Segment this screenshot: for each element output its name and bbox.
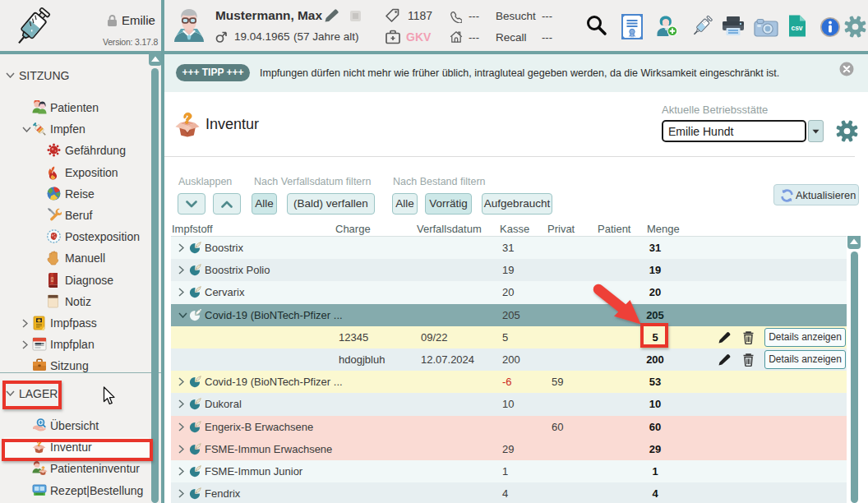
sidebar-item-patienteninventur[interactable]: Patienteninventur [3,459,150,478]
banner-close-icon[interactable] [839,62,854,76]
uebersicht-icon [32,418,47,431]
table-row-vaccine[interactable]: FSME-Immun Junior11 [171,460,847,482]
sidebar-item-impfpass[interactable]: Impfpass [3,313,150,333]
table-row-vaccine[interactable]: Covid-19 (BioNTech-Pfizer ...205205 [171,304,847,326]
column-header-menge[interactable]: Menge [647,223,680,235]
table-row-vaccine[interactable]: Boostrix Polio1919 [171,259,847,281]
chevron-right-icon[interactable] [178,467,184,476]
column-header-patient[interactable]: Patient [598,223,630,235]
table-row-vaccine[interactable]: Fendrix44 [171,482,847,503]
chevron-right-icon[interactable] [178,377,184,386]
camera-icon[interactable] [754,18,778,37]
expiry-filter-option--bald-verfallen[interactable]: (Bald) verfallen [287,193,375,215]
chevron-right-icon[interactable] [22,340,28,349]
sidebar-scroll-up-button[interactable] [149,51,162,66]
details-button[interactable]: Details anzeigen [764,350,846,369]
chevron-right-icon[interactable] [178,422,184,431]
column-header-charge[interactable]: Charge [335,223,371,235]
patient-birthdate: 19.04.1965 [234,30,290,43]
settings-icon[interactable] [844,16,866,38]
patient-number: 1187 [408,9,432,22]
sidebar-item-notiz[interactable]: Notiz [3,292,150,311]
chevron-right-icon[interactable] [22,319,28,328]
details-button[interactable]: Details anzeigen [764,328,846,347]
exposition-icon [47,165,59,180]
table-row-charge[interactable]: 1234509/2255 Details anzeigen [171,326,847,348]
csv-export-icon[interactable]: csv [787,14,807,38]
chevron-right-icon[interactable] [178,288,184,297]
cell-impfstoff: Boostrix [205,237,243,259]
settings-gear-icon[interactable] [836,120,858,142]
chevron-right-icon[interactable] [178,445,184,454]
column-header-kasse[interactable]: Kasse [500,223,529,235]
add-person-icon[interactable] [655,16,677,36]
column-header-impfstoff[interactable]: Impfstoff [172,223,213,235]
vaccine-icon [189,421,201,433]
edit-charge-icon[interactable] [718,353,732,367]
cell-verfallsdatum: 09/22 [421,326,448,348]
sidebar-item-postexposition[interactable]: Postexposition [3,227,150,247]
ausklappen-label: Ausklappen [178,176,232,187]
certificate-icon[interactable] [621,14,643,39]
sidebar-item-rezept-bestellung[interactable]: Rezept|Bestellung [3,481,150,501]
cell-privat: 59 [552,371,563,393]
table-row-vaccine[interactable]: Engerix-B Erwachsene6060 [171,416,847,438]
sidebar-item-gef-hrdung[interactable]: Gefährdung [3,141,150,160]
collapse-all-button[interactable] [213,193,241,215]
lock-icon [106,14,118,27]
vaccine-icon [189,242,201,254]
sidebar-item-impfplan[interactable]: Impfplan [3,335,150,354]
syringe-icon[interactable] [689,16,713,39]
chevron-down-icon[interactable] [22,127,31,132]
table-row-vaccine[interactable]: Dukoral1010 [171,393,847,415]
table-scrollbar-thumb[interactable] [851,252,858,503]
expiry-filter-option-alle[interactable]: Alle [252,193,277,215]
column-header-verfallsdatum[interactable]: Verfallsdatum [417,223,482,235]
table-row-vaccine[interactable]: Boostrix3131 [171,237,847,259]
betriebsstaette-dropdown-button[interactable] [808,120,824,142]
gefaehrdung-icon [47,143,61,157]
table-row-vaccine[interactable]: FSME-Immun Erwachsene2929 [171,438,847,460]
table-row-vaccine[interactable]: Cervarix2020 [171,281,847,303]
refresh-button[interactable]: Aktualisieren [773,184,859,205]
sidebar-item-diagnose[interactable]: ICDDiagnose [3,270,150,290]
sidebar-item-patienten[interactable]: Patienten [3,98,150,118]
svg-text:csv: csv [791,24,802,32]
sidebar-item--bersicht[interactable]: Übersicht [3,416,150,436]
chevron-right-icon[interactable] [178,265,184,275]
sidebar-section-sitzung[interactable]: SITZUNG [6,69,69,82]
edit-patient-icon[interactable] [324,9,339,23]
table-row-vaccine[interactable]: Covid-19 (BioNTech-Pfizer ...-65953 [171,371,847,393]
delete-charge-icon[interactable] [742,353,755,367]
sidebar-item-beruf[interactable]: Beruf [3,205,150,225]
expand-all-button[interactable] [178,193,205,215]
sidebar-item-label: Übersicht [50,416,99,436]
stock-filter-option-aufgebraucht[interactable]: Aufgebraucht [482,193,552,215]
sidebar-item-impfen[interactable]: Impfen [3,119,150,139]
search-icon[interactable] [585,14,607,36]
sidebar-item-reise[interactable]: Reise [3,184,150,204]
info-icon[interactable] [820,16,841,38]
notiz-icon [47,294,59,308]
sidebar-item-label: Reise [65,184,95,204]
sidebar-scrollbar-thumb[interactable] [151,68,159,503]
sidebar-item-exposition[interactable]: Exposition [3,163,150,182]
column-header-privat[interactable]: Privat [547,223,575,235]
stock-filter-option-vorrätig[interactable]: Vorrätig [425,193,472,215]
postexposition-icon [47,229,61,243]
chevron-right-icon[interactable] [178,489,184,498]
chevron-down-icon[interactable] [178,312,187,318]
stock-filter-option-alle[interactable]: Alle [392,193,418,215]
impfplan-icon [32,337,47,351]
delete-charge-icon[interactable] [742,330,755,344]
betriebsstaette-input[interactable]: Emilie Hundt [662,120,806,142]
chevron-right-icon[interactable] [178,243,184,252]
printer-icon[interactable] [721,16,746,38]
chevron-right-icon[interactable] [178,399,184,408]
cell-menge: 53 [637,371,673,393]
edit-charge-icon[interactable] [718,331,732,344]
cell-kasse: 1 [502,460,508,482]
sidebar-item-manuell[interactable]: Manuell [3,248,150,268]
table-row-charge[interactable]: hdogjbluh12.07.2024200200 Details anzeig… [171,348,847,371]
table-scroll-up-button[interactable] [847,236,861,249]
